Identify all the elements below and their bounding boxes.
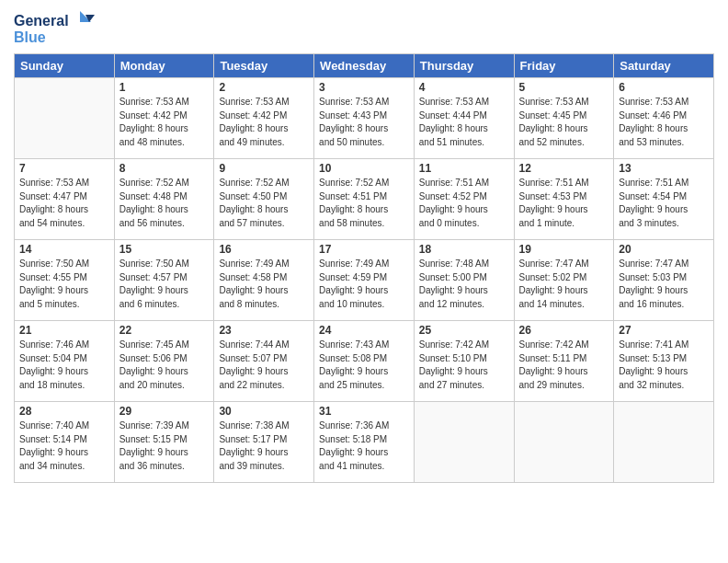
day-number: 2 bbox=[219, 81, 309, 94]
day-info: Sunrise: 7:47 AM Sunset: 5:03 PM Dayligh… bbox=[619, 258, 709, 311]
day-number: 9 bbox=[219, 162, 309, 175]
day-info: Sunrise: 7:39 AM Sunset: 5:15 PM Dayligh… bbox=[119, 419, 210, 473]
calendar-cell bbox=[414, 402, 514, 483]
day-info: Sunrise: 7:53 AM Sunset: 4:47 PM Dayligh… bbox=[19, 177, 109, 230]
day-number: 6 bbox=[619, 81, 709, 94]
calendar-cell: 16Sunrise: 7:49 AM Sunset: 4:58 PM Dayli… bbox=[214, 240, 314, 321]
calendar-cell: 21Sunrise: 7:46 AM Sunset: 5:04 PM Dayli… bbox=[15, 321, 115, 402]
calendar-cell: 25Sunrise: 7:42 AM Sunset: 5:10 PM Dayli… bbox=[414, 321, 514, 402]
logo: GeneralBlue bbox=[14, 9, 97, 46]
day-info: Sunrise: 7:46 AM Sunset: 5:04 PM Dayligh… bbox=[19, 339, 109, 392]
day-number: 17 bbox=[319, 243, 409, 256]
day-info: Sunrise: 7:44 AM Sunset: 5:07 PM Dayligh… bbox=[219, 339, 309, 392]
calendar-cell: 8Sunrise: 7:52 AM Sunset: 4:48 PM Daylig… bbox=[114, 159, 214, 240]
calendar-cell: 14Sunrise: 7:50 AM Sunset: 4:55 PM Dayli… bbox=[15, 240, 115, 321]
day-info: Sunrise: 7:40 AM Sunset: 5:14 PM Dayligh… bbox=[19, 419, 109, 473]
weekday-header-row: SundayMondayTuesdayWednesdayThursdayFrid… bbox=[15, 54, 714, 78]
day-info: Sunrise: 7:51 AM Sunset: 4:54 PM Dayligh… bbox=[619, 177, 709, 230]
day-number: 24 bbox=[319, 324, 409, 337]
calendar-cell bbox=[514, 402, 614, 483]
weekday-header-friday: Friday bbox=[514, 54, 614, 78]
weekday-header-monday: Monday bbox=[114, 54, 214, 78]
calendar-cell: 22Sunrise: 7:45 AM Sunset: 5:06 PM Dayli… bbox=[114, 321, 214, 402]
day-info: Sunrise: 7:41 AM Sunset: 5:13 PM Dayligh… bbox=[619, 339, 709, 392]
day-number: 10 bbox=[319, 162, 409, 175]
day-number: 25 bbox=[419, 324, 509, 337]
calendar-week-4: 21Sunrise: 7:46 AM Sunset: 5:04 PM Dayli… bbox=[15, 321, 714, 402]
day-info: Sunrise: 7:42 AM Sunset: 5:10 PM Dayligh… bbox=[419, 339, 509, 392]
weekday-header-tuesday: Tuesday bbox=[214, 54, 314, 78]
day-number: 3 bbox=[319, 81, 409, 94]
calendar-cell bbox=[15, 78, 115, 159]
day-info: Sunrise: 7:51 AM Sunset: 4:53 PM Dayligh… bbox=[519, 177, 609, 230]
calendar-cell: 18Sunrise: 7:48 AM Sunset: 5:00 PM Dayli… bbox=[414, 240, 514, 321]
calendar-week-5: 28Sunrise: 7:40 AM Sunset: 5:14 PM Dayli… bbox=[15, 402, 714, 483]
calendar-cell: 9Sunrise: 7:52 AM Sunset: 4:50 PM Daylig… bbox=[214, 159, 314, 240]
day-number: 4 bbox=[419, 81, 509, 94]
calendar-cell: 3Sunrise: 7:53 AM Sunset: 4:43 PM Daylig… bbox=[314, 78, 415, 159]
calendar-cell: 7Sunrise: 7:53 AM Sunset: 4:47 PM Daylig… bbox=[15, 159, 115, 240]
day-info: Sunrise: 7:49 AM Sunset: 4:58 PM Dayligh… bbox=[219, 258, 309, 311]
day-number: 1 bbox=[119, 81, 210, 94]
day-number: 12 bbox=[519, 162, 609, 175]
calendar-cell: 23Sunrise: 7:44 AM Sunset: 5:07 PM Dayli… bbox=[214, 321, 314, 402]
day-number: 7 bbox=[19, 162, 109, 175]
day-number: 29 bbox=[119, 405, 210, 418]
day-number: 26 bbox=[519, 324, 609, 337]
day-number: 11 bbox=[419, 162, 509, 175]
day-info: Sunrise: 7:49 AM Sunset: 4:59 PM Dayligh… bbox=[319, 258, 409, 311]
day-info: Sunrise: 7:53 AM Sunset: 4:42 PM Dayligh… bbox=[219, 96, 309, 149]
calendar-week-1: 1Sunrise: 7:53 AM Sunset: 4:42 PM Daylig… bbox=[15, 78, 714, 159]
calendar-cell: 13Sunrise: 7:51 AM Sunset: 4:54 PM Dayli… bbox=[614, 159, 714, 240]
day-info: Sunrise: 7:50 AM Sunset: 4:57 PM Dayligh… bbox=[119, 258, 210, 311]
calendar-cell: 5Sunrise: 7:53 AM Sunset: 4:45 PM Daylig… bbox=[514, 78, 614, 159]
day-info: Sunrise: 7:48 AM Sunset: 5:00 PM Dayligh… bbox=[419, 258, 509, 311]
calendar-cell: 15Sunrise: 7:50 AM Sunset: 4:57 PM Dayli… bbox=[114, 240, 214, 321]
day-info: Sunrise: 7:52 AM Sunset: 4:50 PM Dayligh… bbox=[219, 177, 309, 230]
calendar-cell: 2Sunrise: 7:53 AM Sunset: 4:42 PM Daylig… bbox=[214, 78, 314, 159]
weekday-header-saturday: Saturday bbox=[614, 54, 714, 78]
calendar-cell: 20Sunrise: 7:47 AM Sunset: 5:03 PM Dayli… bbox=[614, 240, 714, 321]
day-number: 18 bbox=[419, 243, 509, 256]
general-blue-logo: GeneralBlue bbox=[14, 9, 97, 46]
calendar-table: SundayMondayTuesdayWednesdayThursdayFrid… bbox=[14, 53, 714, 483]
day-info: Sunrise: 7:52 AM Sunset: 4:51 PM Dayligh… bbox=[319, 177, 409, 230]
day-number: 14 bbox=[19, 243, 109, 256]
day-info: Sunrise: 7:50 AM Sunset: 4:55 PM Dayligh… bbox=[19, 258, 109, 311]
day-info: Sunrise: 7:53 AM Sunset: 4:46 PM Dayligh… bbox=[619, 96, 709, 149]
day-info: Sunrise: 7:45 AM Sunset: 5:06 PM Dayligh… bbox=[119, 339, 210, 392]
day-info: Sunrise: 7:36 AM Sunset: 5:18 PM Dayligh… bbox=[319, 419, 409, 473]
day-number: 20 bbox=[619, 243, 709, 256]
svg-text:General: General bbox=[14, 13, 69, 29]
calendar-cell: 1Sunrise: 7:53 AM Sunset: 4:42 PM Daylig… bbox=[114, 78, 214, 159]
weekday-header-sunday: Sunday bbox=[15, 54, 115, 78]
calendar-cell: 24Sunrise: 7:43 AM Sunset: 5:08 PM Dayli… bbox=[314, 321, 415, 402]
day-number: 31 bbox=[319, 405, 409, 418]
calendar-cell: 11Sunrise: 7:51 AM Sunset: 4:52 PM Dayli… bbox=[414, 159, 514, 240]
calendar-cell: 31Sunrise: 7:36 AM Sunset: 5:18 PM Dayli… bbox=[314, 402, 415, 483]
calendar-cell: 6Sunrise: 7:53 AM Sunset: 4:46 PM Daylig… bbox=[614, 78, 714, 159]
calendar-cell: 30Sunrise: 7:38 AM Sunset: 5:17 PM Dayli… bbox=[214, 402, 314, 483]
day-info: Sunrise: 7:51 AM Sunset: 4:52 PM Dayligh… bbox=[419, 177, 509, 230]
calendar-cell: 10Sunrise: 7:52 AM Sunset: 4:51 PM Dayli… bbox=[314, 159, 415, 240]
weekday-header-thursday: Thursday bbox=[414, 54, 514, 78]
svg-text:Blue: Blue bbox=[14, 29, 46, 45]
day-info: Sunrise: 7:53 AM Sunset: 4:44 PM Dayligh… bbox=[419, 96, 509, 149]
calendar-cell: 29Sunrise: 7:39 AM Sunset: 5:15 PM Dayli… bbox=[114, 402, 214, 483]
calendar-cell: 17Sunrise: 7:49 AM Sunset: 4:59 PM Dayli… bbox=[314, 240, 415, 321]
day-number: 19 bbox=[519, 243, 609, 256]
day-info: Sunrise: 7:53 AM Sunset: 4:42 PM Dayligh… bbox=[119, 96, 210, 149]
calendar-cell: 28Sunrise: 7:40 AM Sunset: 5:14 PM Dayli… bbox=[15, 402, 115, 483]
weekday-header-wednesday: Wednesday bbox=[314, 54, 415, 78]
day-info: Sunrise: 7:53 AM Sunset: 4:43 PM Dayligh… bbox=[319, 96, 409, 149]
day-info: Sunrise: 7:53 AM Sunset: 4:45 PM Dayligh… bbox=[519, 96, 609, 149]
day-number: 30 bbox=[219, 405, 309, 418]
calendar-cell: 27Sunrise: 7:41 AM Sunset: 5:13 PM Dayli… bbox=[614, 321, 714, 402]
day-number: 5 bbox=[519, 81, 609, 94]
day-number: 23 bbox=[219, 324, 309, 337]
day-info: Sunrise: 7:52 AM Sunset: 4:48 PM Dayligh… bbox=[119, 177, 210, 230]
calendar-cell: 12Sunrise: 7:51 AM Sunset: 4:53 PM Dayli… bbox=[514, 159, 614, 240]
header: GeneralBlue bbox=[14, 9, 714, 46]
day-info: Sunrise: 7:38 AM Sunset: 5:17 PM Dayligh… bbox=[219, 419, 309, 473]
day-number: 28 bbox=[19, 405, 109, 418]
